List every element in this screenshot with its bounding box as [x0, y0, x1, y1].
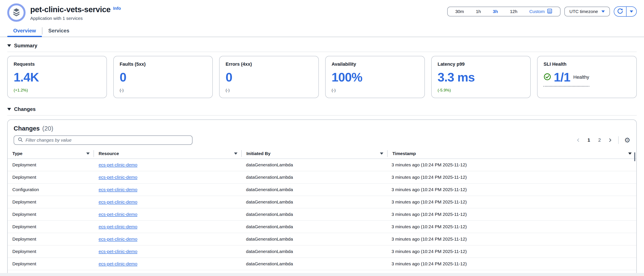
time-range-30m[interactable]: 30m [449, 7, 470, 16]
cell-timestamp: 3 minutes ago (10:24 PM 2025-11-12) [386, 249, 632, 254]
changes-title: Changes [14, 125, 40, 132]
metric-card-sli-health: SLI Health 1/1 Healthy [537, 56, 637, 98]
section-divider [7, 52, 637, 52]
cell-timestamp: 3 minutes ago (10:24 PM 2025-11-12) [386, 175, 632, 180]
cell-type: Deployment [12, 261, 94, 266]
filter-caret-icon[interactable] [86, 153, 90, 155]
resource-link[interactable]: ecs-pet-clinic-demo [98, 187, 137, 192]
chevron-down-icon [630, 11, 633, 13]
time-range-control: 30m 1h 3h 12h Custom [447, 7, 560, 17]
column-label: Initiated By [246, 151, 270, 156]
time-range-custom[interactable]: Custom [523, 7, 558, 16]
page-button-1[interactable]: 1 [586, 136, 592, 144]
cell-timestamp: 3 minutes ago (10:24 PM 2025-11-12) [386, 187, 632, 192]
time-range-3h[interactable]: 3h [487, 7, 504, 16]
resource-link[interactable]: ecs-pet-clinic-demo [98, 261, 137, 266]
refresh-options-button[interactable] [626, 7, 636, 16]
sli-status-text: Healthy [573, 74, 589, 80]
chevron-down-icon [602, 11, 605, 13]
table-row: Configuration ecs-pet-clinic-demo dataGe… [8, 184, 636, 196]
cell-initiated-by: dataGenerationLambda [241, 162, 386, 168]
metric-value: 1.4K [14, 71, 100, 84]
app-identity: pet-clinic-vets-service Info Application… [7, 4, 121, 22]
timezone-label: UTC timezone [570, 9, 598, 14]
resource-link[interactable]: ecs-pet-clinic-demo [98, 175, 137, 180]
filter-caret-icon[interactable] [234, 153, 238, 155]
cell-initiated-by: dataGenerationLambda [241, 199, 386, 205]
timezone-dropdown[interactable]: UTC timezone [564, 7, 610, 17]
info-link[interactable]: Info [113, 6, 121, 11]
metric-trend: (+1.2%) [14, 88, 100, 93]
previous-page-button[interactable] [576, 137, 581, 143]
metric-label: Latency p99 [438, 61, 524, 67]
check-circle-icon [544, 73, 551, 81]
changes-table: Type Resource Initiated By Timestamp [8, 149, 636, 276]
header-controls: 30m 1h 3h 12h Custom UTC timezone [447, 7, 637, 17]
changes-section-label: Changes [14, 106, 36, 112]
resource-link[interactable]: ecs-pet-clinic-demo [98, 224, 137, 229]
table-row: Deployment ecs-pet-clinic-demo dataGener… [8, 196, 636, 208]
changes-table-card: Changes (20) 1 2 ⚙ [7, 119, 637, 276]
sort-caret-icon[interactable] [628, 153, 632, 155]
page-title: pet-clinic-vets-service [30, 5, 110, 14]
table-scrollbar-thumb[interactable] [634, 152, 635, 161]
tab-services[interactable]: Services [42, 25, 76, 37]
sli-health-value[interactable]: 1/1 Healthy [544, 71, 589, 87]
time-range-1h[interactable]: 1h [470, 7, 487, 16]
cell-timestamp: 3 minutes ago (10:24 PM 2025-11-12) [386, 236, 632, 242]
refresh-icon [617, 8, 623, 15]
cell-type: Configuration [12, 187, 94, 192]
filter-changes-input[interactable] [26, 137, 188, 143]
column-label: Type [12, 151, 22, 156]
refresh-button[interactable] [614, 7, 626, 16]
column-header-initiated-by: Initiated By [242, 151, 387, 156]
cell-type: Deployment [12, 249, 94, 254]
changes-card-header: Changes (20) [8, 125, 636, 132]
cell-initiated-by: dataGenerationLambda [241, 224, 386, 229]
cell-type: Deployment [12, 175, 94, 180]
summary-section-toggle[interactable]: Summary [7, 43, 637, 49]
cell-timestamp: 3 minutes ago (10:24 PM 2025-11-12) [386, 199, 632, 205]
metric-label: Errors (4xx) [226, 61, 312, 67]
search-icon [18, 137, 23, 143]
cell-initiated-by: dataGenerationLambda [241, 236, 386, 242]
cell-timestamp: 3 minutes ago (10:24 PM 2025-11-12) [386, 224, 632, 229]
cell-type: Deployment [12, 236, 94, 242]
cell-type: Deployment [12, 212, 94, 217]
cell-initiated-by: dataGenerationLambda [241, 187, 386, 192]
metric-label: Availability [332, 61, 418, 67]
metric-value: 0 [120, 71, 206, 84]
next-page-button[interactable] [608, 137, 613, 143]
cell-initiated-by: dataGenerationLambda [241, 212, 386, 217]
table-row: Deployment ecs-pet-clinic-demo dataGener… [8, 221, 636, 233]
metric-card-errors: Errors (4xx) 0 (-) [219, 56, 319, 98]
summary-cards: Requests 1.4K (+1.2%) Faults (5xx) 0 (-)… [7, 56, 637, 98]
table-header-row: Type Resource Initiated By Timestamp [8, 149, 636, 159]
column-header-timestamp: Timestamp [388, 151, 632, 156]
metric-value: 3.3 ms [438, 71, 524, 84]
metric-card-faults: Faults (5xx) 0 (-) [113, 56, 213, 98]
resource-link[interactable]: ecs-pet-clinic-demo [98, 162, 137, 167]
tab-overview[interactable]: Overview [7, 25, 42, 37]
page-bottom-strip [0, 273, 644, 276]
section-divider [7, 115, 637, 116]
metric-label: Requests [14, 61, 100, 67]
metric-trend: (-5.9%) [438, 88, 524, 93]
metric-value: 0 [226, 71, 312, 84]
resource-link[interactable]: ecs-pet-clinic-demo [98, 199, 137, 204]
resource-link[interactable]: ecs-pet-clinic-demo [98, 236, 137, 241]
resource-link[interactable]: ecs-pet-clinic-demo [98, 249, 137, 254]
table-row: Deployment ecs-pet-clinic-demo dataGener… [8, 159, 636, 171]
page-subtitle: Application with 1 services [30, 16, 121, 21]
gear-icon[interactable]: ⚙ [624, 137, 630, 144]
page-button-2[interactable]: 2 [597, 136, 602, 144]
filter-caret-icon[interactable] [380, 153, 383, 155]
changes-section-toggle[interactable]: Changes [7, 106, 637, 112]
column-header-type: Type [12, 151, 94, 156]
cell-type: Deployment [12, 199, 94, 205]
cell-timestamp: 3 minutes ago (10:24 PM 2025-11-12) [386, 212, 632, 217]
time-range-12h[interactable]: 12h [504, 7, 523, 16]
resource-link[interactable]: ecs-pet-clinic-demo [98, 212, 137, 217]
layers-icon [12, 8, 21, 18]
metric-card-latency: Latency p99 3.3 ms (-5.9%) [431, 56, 531, 98]
